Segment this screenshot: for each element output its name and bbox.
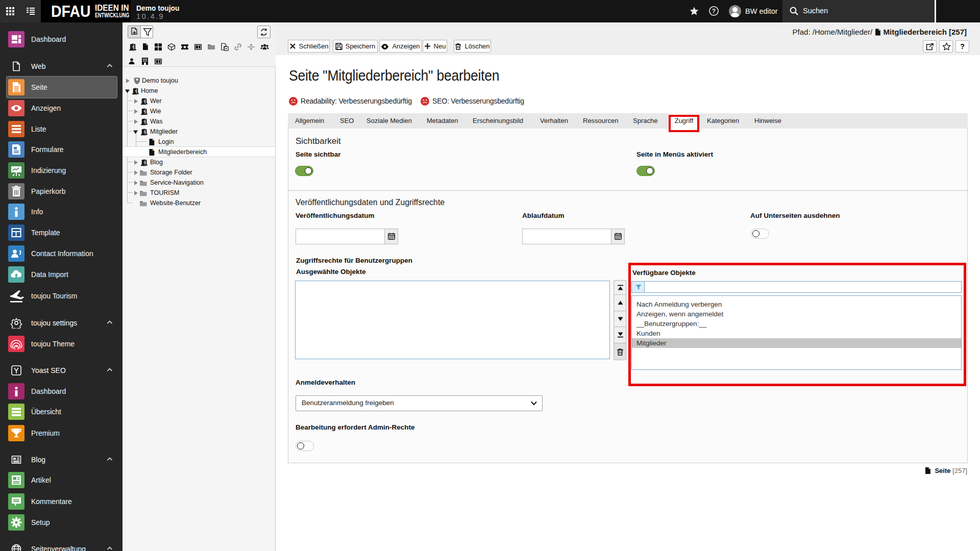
svg-text:?: ? bbox=[712, 8, 716, 15]
